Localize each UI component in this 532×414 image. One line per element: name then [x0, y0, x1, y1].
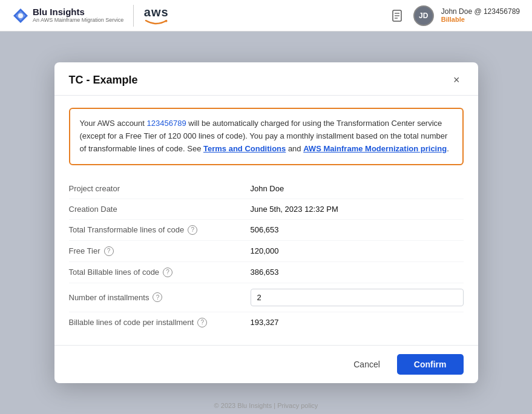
modal-close-button[interactable]: ×: [450, 73, 464, 87]
info-row-creation-date: Creation Date June 5th, 2023 12:32 PM: [69, 199, 464, 220]
info-row-total-transformable: Total Transformable lines of code ? 506,…: [69, 220, 464, 241]
logo-title: Blu Insights: [33, 7, 123, 18]
label-installments: Number of installments ?: [69, 292, 251, 302]
modal-body: Your AWS account 123456789 will be autom…: [54, 96, 478, 344]
copyright-text: © 2023 Blu Insights | Privacy policy: [214, 402, 318, 409]
value-project-creator: John Doe: [251, 184, 464, 193]
modal-overlay: TC - Example × Your AWS account 12345678…: [0, 31, 532, 414]
label-billable-per-installment: Billable lines of code per installment ?: [69, 318, 251, 327]
user-status: Billable: [441, 16, 520, 24]
modal-footer: Cancel Confirm: [54, 345, 478, 383]
user-info: John Doe @ 123456789 Billable: [441, 7, 520, 24]
logo-text: Blu Insights An AWS Mainframe Migration …: [33, 7, 123, 23]
info-row-total-billable: Total Billable lines of code ? 386,653: [69, 262, 464, 283]
info-row-free-tier: Free Tier ? 120,000: [69, 241, 464, 262]
header-right: JD John Doe @ 123456789 Billable: [388, 5, 520, 26]
help-icon-installments[interactable]: ?: [153, 292, 162, 302]
modal-dialog: TC - Example × Your AWS account 12345678…: [54, 62, 478, 383]
label-total-billable: Total Billable lines of code ?: [69, 268, 251, 277]
help-icon-free-tier[interactable]: ?: [104, 246, 114, 256]
label-total-transformable: Total Transformable lines of code ?: [69, 225, 251, 235]
modal-title: TC - Example: [69, 74, 138, 87]
value-total-transformable: 506,653: [251, 225, 464, 234]
help-icon-total-transformable[interactable]: ?: [188, 225, 197, 235]
value-creation-date: June 5th, 2023 12:32 PM: [251, 205, 464, 214]
value-billable-per-installment: 193,327: [251, 318, 464, 327]
blu-insights-logo: Blu Insights An AWS Mainframe Migration …: [12, 7, 123, 24]
logo-subtitle: An AWS Mainframe Migration Service: [33, 18, 123, 24]
label-creation-date: Creation Date: [69, 205, 251, 214]
svg-point-2: [18, 13, 23, 18]
warning-text: Your AWS account 123456789 will be autom…: [80, 117, 453, 155]
label-project-creator: Project creator: [69, 184, 251, 193]
info-row-billable-per-installment: Billable lines of code per installment ?…: [69, 312, 464, 333]
user-avatar: JD: [413, 5, 434, 26]
warning-box: Your AWS account 123456789 will be autom…: [69, 108, 464, 165]
info-row-project-creator: Project creator John Doe: [69, 179, 464, 199]
value-installments: [251, 289, 464, 306]
label-free-tier: Free Tier ?: [69, 246, 251, 256]
document-icon: [392, 10, 402, 22]
info-rows: Project creator John Doe Creation Date J…: [69, 179, 464, 333]
help-icon-total-billable[interactable]: ?: [163, 268, 172, 277]
aws-pricing-link[interactable]: AWS Mainframe Modernization pricing: [303, 144, 447, 153]
logo-divider: [133, 5, 134, 27]
info-row-installments: Number of installments ?: [69, 283, 464, 312]
notifications-button[interactable]: [388, 7, 406, 25]
header-left: Blu Insights An AWS Mainframe Migration …: [12, 5, 169, 27]
value-free-tier: 120,000: [251, 246, 464, 255]
value-total-billable: 386,653: [251, 268, 464, 277]
bottom-bar: © 2023 Blu Insights | Privacy policy: [0, 397, 532, 414]
user-name: John Doe @ 123456789: [441, 7, 520, 16]
aws-smile-icon: [143, 19, 169, 25]
aws-logo: aws: [143, 5, 169, 25]
confirm-button[interactable]: Confirm: [397, 354, 464, 375]
blu-insights-icon: [12, 7, 29, 24]
terms-conditions-link[interactable]: Terms and Conditions: [203, 144, 286, 153]
app-header: Blu Insights An AWS Mainframe Migration …: [0, 0, 532, 31]
help-icon-billable-per-installment[interactable]: ?: [197, 318, 207, 327]
installments-input[interactable]: [251, 289, 464, 306]
cancel-button[interactable]: Cancel: [344, 355, 390, 374]
modal-header: TC - Example ×: [54, 62, 478, 96]
